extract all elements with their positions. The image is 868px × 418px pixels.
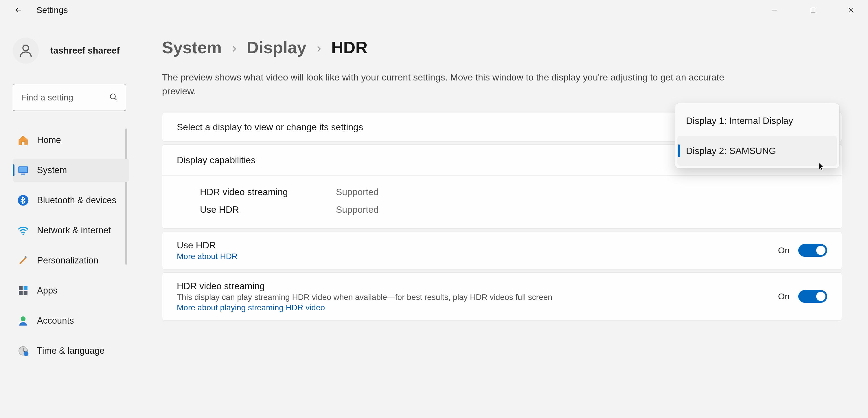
apps-icon — [18, 285, 29, 296]
sidebar-item-label: Personalization — [37, 255, 98, 266]
window-controls — [762, 1, 865, 19]
toggle-state-label: On — [778, 245, 789, 255]
chevron-right-icon — [314, 38, 323, 57]
sidebar-item-label: Apps — [37, 286, 58, 296]
capability-value: Supported — [336, 183, 379, 201]
capability-row: Use HDR Supported — [200, 201, 827, 218]
sidebar-item-time-language[interactable]: Time & language — [13, 339, 129, 362]
page-description: The preview shows what video will look l… — [162, 70, 755, 98]
sidebar-item-label: Accounts — [37, 316, 74, 326]
person-icon — [18, 42, 34, 59]
profile-block[interactable]: tashreef shareef — [13, 38, 129, 64]
back-button[interactable] — [12, 4, 25, 17]
svg-rect-15 — [19, 291, 23, 295]
system-icon — [18, 165, 29, 176]
avatar — [13, 38, 39, 64]
sidebar-item-apps[interactable]: Apps — [13, 279, 129, 302]
sidebar-item-system[interactable]: System — [13, 159, 129, 182]
svg-rect-13 — [19, 286, 23, 290]
profile-name: tashreef shareef — [50, 46, 120, 56]
setting-control: On — [778, 290, 827, 303]
chevron-right-icon — [230, 38, 239, 57]
capability-row: HDR video streaming Supported — [200, 183, 827, 201]
breadcrumb-display[interactable]: Display — [247, 38, 306, 57]
svg-point-4 — [23, 45, 29, 51]
toggle-knob — [816, 292, 826, 301]
sidebar-item-label: Time & language — [37, 346, 104, 356]
accounts-icon — [18, 315, 29, 327]
svg-point-5 — [110, 94, 115, 99]
main-layout: tashreef shareef Home System — [0, 20, 868, 418]
minimize-button[interactable] — [762, 1, 788, 19]
setting-text: HDR video streaming This display can pla… — [177, 281, 552, 312]
setting-text: Use HDR More about HDR — [177, 240, 238, 261]
toggle-state-label: On — [778, 292, 789, 301]
display-option-label: Display 2: SAMSUNG — [686, 146, 776, 156]
svg-rect-14 — [24, 286, 28, 290]
hdr-video-streaming-card: HDR video streaming This display can pla… — [162, 272, 842, 321]
more-about-hdr-link[interactable]: More about HDR — [177, 252, 238, 261]
wifi-icon — [18, 225, 29, 236]
paintbrush-icon — [18, 255, 29, 266]
sidebar-item-label: Bluetooth & devices — [37, 195, 116, 206]
svg-rect-16 — [24, 291, 28, 295]
capabilities-body: HDR video streaming Supported Use HDR Su… — [162, 175, 842, 229]
close-icon — [847, 6, 855, 14]
search-container — [13, 84, 126, 111]
bluetooth-icon — [18, 195, 29, 206]
home-icon — [18, 134, 29, 146]
breadcrumb: System Display HDR — [162, 38, 842, 57]
display-option-label: Display 1: Internal Display — [686, 116, 793, 126]
capability-key: Use HDR — [200, 201, 313, 218]
display-selector-label: Select a display to view or change its s… — [177, 122, 363, 132]
sidebar-item-accounts[interactable]: Accounts — [13, 309, 129, 332]
svg-line-6 — [115, 98, 116, 100]
close-button[interactable] — [838, 1, 865, 19]
setting-title: HDR video streaming — [177, 281, 552, 292]
sidebar-item-label: System — [37, 165, 67, 175]
titlebar: Settings — [0, 0, 868, 20]
sidebar-item-label: Home — [37, 135, 61, 145]
sidebar: tashreef shareef Home System — [0, 20, 136, 418]
svg-point-19 — [24, 351, 29, 356]
svg-rect-9 — [21, 174, 25, 175]
clock-globe-icon — [18, 345, 29, 357]
sidebar-item-bluetooth[interactable]: Bluetooth & devices — [13, 189, 129, 212]
svg-rect-8 — [20, 167, 27, 172]
sidebar-item-network[interactable]: Network & internet — [13, 219, 129, 242]
capability-key: HDR video streaming — [200, 183, 313, 201]
toggle-knob — [816, 246, 826, 255]
setting-subtitle: This display can play streaming HDR vide… — [177, 293, 552, 302]
use-hdr-toggle[interactable] — [798, 244, 827, 257]
sidebar-nav: Home System Bluetooth & devices Network … — [13, 128, 129, 362]
minimize-icon — [771, 6, 779, 14]
app-title: Settings — [36, 5, 68, 15]
more-about-streaming-link[interactable]: More about playing streaming HDR video — [177, 303, 552, 312]
titlebar-left: Settings — [12, 4, 68, 17]
maximize-button[interactable] — [800, 1, 826, 19]
svg-point-17 — [21, 317, 26, 321]
back-arrow-icon — [14, 5, 23, 15]
svg-point-11 — [23, 234, 24, 235]
display-option-1[interactable]: Display 1: Internal Display — [677, 106, 837, 136]
breadcrumb-current: HDR — [331, 38, 368, 57]
setting-control: On — [778, 244, 827, 257]
sidebar-item-personalization[interactable]: Personalization — [13, 249, 129, 272]
display-option-2[interactable]: Display 2: SAMSUNG — [677, 136, 837, 166]
breadcrumb-system[interactable]: System — [162, 38, 222, 57]
hdr-streaming-toggle[interactable] — [798, 290, 827, 303]
search-icon — [109, 92, 118, 103]
mouse-cursor-icon — [819, 163, 825, 173]
sidebar-item-label: Network & internet — [37, 225, 111, 236]
capability-value: Supported — [336, 201, 379, 218]
svg-rect-1 — [811, 8, 815, 12]
display-select-popup: Display 1: Internal Display Display 2: S… — [675, 103, 840, 169]
use-hdr-card: Use HDR More about HDR On — [162, 232, 842, 269]
sidebar-item-home[interactable]: Home — [13, 128, 129, 152]
maximize-icon — [810, 7, 816, 13]
setting-title: Use HDR — [177, 240, 238, 251]
capabilities-title: Display capabilities — [177, 155, 255, 166]
content-area: System Display HDR The preview shows wha… — [136, 20, 868, 418]
